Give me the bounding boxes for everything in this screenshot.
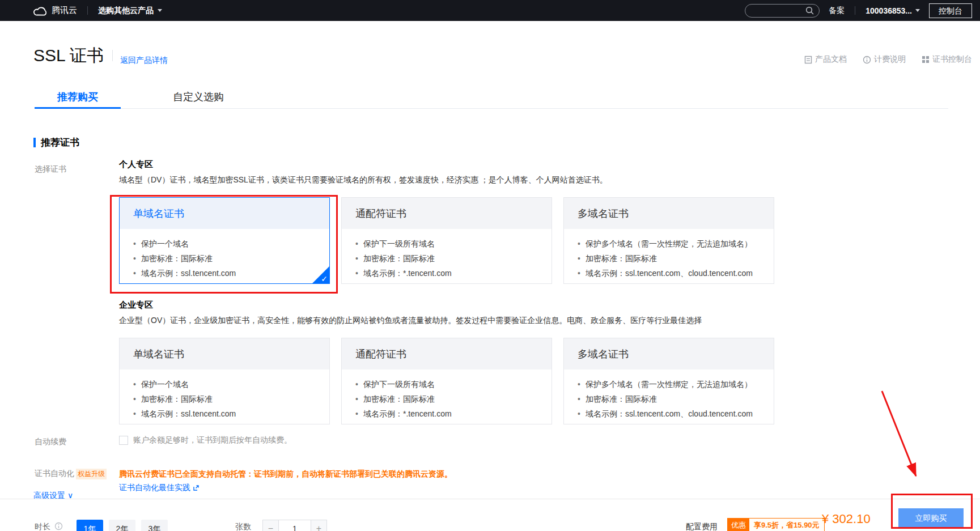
card-bullet: 加密标准：国际标准 [578, 392, 760, 406]
quantity-label: 张数 [235, 522, 251, 531]
other-products-menu[interactable]: 选购其他云产品 [98, 6, 162, 16]
duration-info-icon[interactable] [54, 522, 63, 530]
card-personal-multi-domain[interactable]: 多域名证书 保护多个域名（需一次性绑定，无法追加域名） 加密标准：国际标准 域名… [563, 197, 774, 284]
quantity-plus-button[interactable]: + [311, 520, 326, 531]
chevron-down-icon [915, 9, 920, 12]
info-circle-icon [863, 56, 871, 64]
account-menu[interactable]: 100036853... [866, 6, 920, 15]
automation-label: 证书自动化 [35, 469, 74, 479]
automation-link-label: 证书自动化最佳实践 [119, 483, 190, 493]
auto-renew-checkbox[interactable] [119, 436, 128, 445]
card-bullet: 域名示例：ssl.tencent.com [133, 406, 316, 421]
card-bullet: 加密标准：国际标准 [133, 392, 316, 406]
card-personal-wildcard[interactable]: 通配符证书 保护下一级所有域名 加密标准：国际标准 域名示例：*.tencent… [341, 197, 552, 284]
top-navbar: 腾讯云 选购其他云产品 备案 100036853... 控制台 [0, 0, 980, 21]
card-personal-single-domain[interactable]: 单域名证书 保护一个域名 加密标准：国际标准 域名示例：ssl.tencent.… [119, 197, 330, 284]
section-accent-bar [33, 138, 36, 147]
cert-console-label: 证书控制台 [932, 54, 972, 65]
account-id: 100036853... [866, 6, 912, 15]
external-link-icon [193, 485, 200, 491]
enterprise-zone-title: 企业专区 [119, 300, 153, 311]
term-1year-button[interactable]: 1年 [77, 520, 103, 531]
chevron-down-icon [158, 9, 162, 12]
card-bullet: 保护多个域名（需一次性绑定，无法追加域名） [578, 236, 760, 251]
beian-link[interactable]: 备案 [829, 6, 845, 16]
nav-divider [87, 6, 88, 15]
card-bullet: 保护下一级所有域名 [355, 377, 538, 392]
select-cert-label: 选择证书 [35, 164, 66, 175]
card-title: 多域名证书 [578, 347, 629, 361]
auto-renew-label: 自动续费 [35, 437, 66, 447]
total-price: ¥ 302.10 [822, 512, 871, 526]
auto-renew-text: 账户余额足够时，证书到期后按年自动续费。 [133, 435, 292, 445]
check-icon: ✓ [321, 274, 328, 283]
upgrade-badge: 权益升级 [76, 469, 107, 479]
card-title: 单域名证书 [133, 347, 184, 361]
back-to-product-link[interactable]: 返回产品详情 [120, 56, 168, 66]
card-title: 通配符证书 [355, 207, 406, 220]
page-title: SSL 证书 [33, 44, 104, 67]
cert-console-link[interactable]: 证书控制台 [922, 54, 972, 65]
card-bullet: 域名示例：ssl.tencent.com [133, 266, 316, 281]
card-bullet: 加密标准：国际标准 [133, 251, 316, 266]
billing-info-link[interactable]: 计费说明 [863, 54, 906, 65]
cloud-logo-icon [33, 6, 48, 16]
term-3year-button[interactable]: 3年 [141, 520, 168, 531]
discount-text: 享9.5折，省15.90元 [749, 519, 824, 531]
card-bullet: 域名示例：ssl.tencent.com、cloud.tencent.com [578, 266, 760, 281]
enterprise-cards-row: 单域名证书 保护一个域名 加密标准：国际标准 域名示例：ssl.tencent.… [119, 338, 774, 424]
document-icon [804, 56, 812, 64]
billing-info-label: 计费说明 [874, 54, 906, 65]
card-title: 通配符证书 [355, 347, 406, 361]
search-icon[interactable] [805, 6, 814, 15]
card-bullet: 加密标准：国际标准 [578, 251, 760, 266]
card-bullet: 域名示例：*.tencent.com [355, 266, 538, 281]
card-enterprise-multi-domain[interactable]: 多域名证书 保护多个域名（需一次性绑定，无法追加域名） 加密标准：国际标准 域名… [563, 338, 774, 424]
purchase-bar: 时长 1年 2年 3年 张数 − 1 + 配置费用 优惠 享9.5折，省15.9… [0, 499, 980, 531]
automation-notice: 腾讯云付费证书已全面支持自动托管：证书到期前，自动将新证书部署到已关联的腾讯云资… [119, 469, 452, 479]
card-title: 多域名证书 [578, 207, 629, 220]
personal-zone-title: 个人专区 [119, 159, 153, 170]
card-title: 单域名证书 [133, 207, 184, 220]
quantity-value[interactable]: 1 [279, 520, 311, 531]
duration-label: 时长 [35, 522, 50, 531]
card-bullet: 加密标准：国际标准 [355, 251, 538, 266]
card-enterprise-wildcard[interactable]: 通配符证书 保护下一级所有域名 加密标准：国际标准 域名示例：*.tencent… [341, 338, 552, 424]
card-bullet: 加密标准：国际标准 [355, 392, 538, 406]
card-enterprise-single-domain[interactable]: 单域名证书 保护一个域名 加密标准：国际标准 域名示例：ssl.tencent.… [119, 338, 330, 424]
other-products-label: 选购其他云产品 [98, 6, 154, 16]
title-divider [112, 50, 113, 61]
card-bullet: 保护多个域名（需一次性绑定，无法追加域名） [578, 377, 760, 392]
enterprise-zone-desc: 企业型（OV）证书，企业级加密证书，高安全性，能够有效的防止网站被钓鱼或者流量被… [119, 316, 702, 326]
search-input[interactable] [745, 4, 820, 18]
brand-name: 腾讯云 [52, 5, 77, 16]
tab-custom[interactable]: 自定义选购 [162, 90, 235, 109]
personal-zone-desc: 域名型（DV）证书，域名型加密SSL证书，该类证书只需要验证域名的所有权，签发速… [119, 175, 608, 185]
buy-now-button[interactable]: 立即购买 [898, 508, 964, 528]
card-bullet: 保护下一级所有域名 [355, 236, 538, 251]
product-doc-label: 产品文档 [815, 54, 847, 65]
fee-label: 配置费用 [686, 522, 718, 531]
quantity-stepper: − 1 + [262, 520, 327, 531]
discount-badge: 优惠 享9.5折，省15.90元 [727, 518, 825, 531]
console-button[interactable]: 控制台 [929, 3, 972, 18]
discount-tag: 优惠 [728, 519, 749, 531]
quantity-minus-button[interactable]: − [263, 520, 279, 531]
card-bullet: 保护一个域名 [133, 377, 316, 392]
automation-best-practice-link[interactable]: 证书自动化最佳实践 [119, 483, 200, 493]
tencent-cloud-logo[interactable]: 腾讯云 [33, 5, 77, 16]
section-title: 推荐证书 [41, 136, 79, 149]
card-bullet: 域名示例：*.tencent.com [355, 406, 538, 421]
personal-cards-row: 单域名证书 保护一个域名 加密标准：国际标准 域名示例：ssl.tencent.… [119, 197, 774, 284]
term-2year-button[interactable]: 2年 [109, 520, 135, 531]
grid-icon [922, 56, 930, 63]
tab-recommended[interactable]: 推荐购买 [35, 90, 121, 109]
nav-divider [855, 6, 855, 15]
product-doc-link[interactable]: 产品文档 [804, 54, 847, 65]
purchase-tabs: 推荐购买 自定义选购 [35, 90, 948, 109]
card-bullet: 保护一个域名 [133, 236, 316, 251]
card-bullet: 域名示例：ssl.tencent.com、cloud.tencent.com [578, 406, 760, 421]
